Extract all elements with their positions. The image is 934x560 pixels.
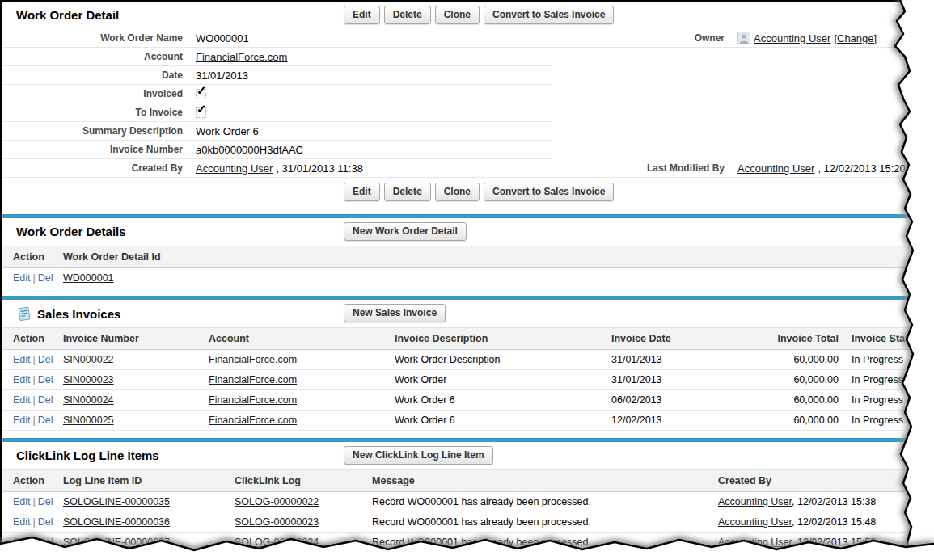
edit-button[interactable]: Edit: [344, 6, 380, 24]
edit-link[interactable]: Edit: [13, 415, 31, 426]
log-message: Record WO000001 has already been process…: [366, 492, 712, 512]
column-header-invoice-description: Invoice Description: [388, 328, 605, 350]
field-label: Date: [2, 69, 196, 81]
invoice-total: 60,000.00: [706, 411, 845, 431]
del-link[interactable]: Del: [38, 272, 53, 284]
field-created-by: Created By Accounting User, 31/01/2013 1…: [2, 159, 552, 178]
field-owner: Owner Accounting User [Change]: [552, 29, 914, 48]
column-header-invoice-date: Invoice Date: [605, 328, 706, 350]
field-label: Invoiced: [2, 88, 196, 99]
del-link[interactable]: Del: [38, 415, 53, 426]
field-summary-description: Summary Description Work Order 6: [2, 122, 552, 141]
owner-user-link[interactable]: Accounting User: [754, 32, 830, 44]
clicklink-log-link[interactable]: SOLOG-00000023: [235, 516, 319, 528]
edit-link[interactable]: Edit: [13, 354, 31, 365]
new-sales-invoice-button[interactable]: New Sales Invoice: [344, 304, 446, 322]
table-row: Edit|Del SOLOGLINE-00000037 SOLOG-000000…: [2, 533, 914, 553]
created-by-datetime: , 12/02/2013 15:38: [792, 496, 876, 507]
work-order-detail-id-link[interactable]: WD000001: [63, 272, 114, 284]
log-line-item-id-link[interactable]: SOLOGLINE-00000036: [63, 516, 170, 528]
edit-link[interactable]: Edit: [13, 537, 31, 548]
sales-invoices-title: Sales Invoices: [37, 307, 120, 321]
sales-invoices-section: Sales Invoices New Sales Invoice Action …: [2, 296, 914, 431]
created-by-datetime: , 12/02/2013 15:53: [792, 537, 876, 548]
account-link[interactable]: FinancialForce.com: [209, 354, 297, 365]
table-row: Edit|Del SIN000024 FinancialForce.com Wo…: [2, 390, 914, 411]
table-row: Edit|Del SIN000025 FinancialForce.com Wo…: [2, 411, 914, 431]
invoice-description: Work Order Description: [388, 350, 605, 370]
convert-to-sales-invoice-button[interactable]: Convert to Sales Invoice: [484, 6, 614, 24]
invoice-number-link[interactable]: SIN000022: [63, 354, 114, 365]
clone-button[interactable]: Clone: [435, 6, 480, 24]
column-header-log-line-item-id: Log Line Item ID: [57, 470, 228, 492]
invoice-number-link[interactable]: SIN000023: [63, 374, 114, 385]
last-modified-datetime: , 12/02/2013 15:20: [818, 162, 905, 175]
field-value: 31/01/2013: [196, 69, 248, 82]
field-label: Work Order Name: [2, 32, 196, 44]
column-header-message: Message: [366, 470, 712, 492]
del-link[interactable]: Del: [38, 496, 53, 507]
del-link[interactable]: Del: [38, 516, 53, 528]
created-by-user-link[interactable]: Accounting User: [718, 537, 792, 548]
clicklink-title: ClickLink Log Line Items: [16, 448, 159, 462]
edit-link[interactable]: Edit: [13, 394, 31, 406]
invoice-date: 06/02/2013: [605, 390, 706, 411]
delete-button[interactable]: Delete: [384, 6, 431, 24]
row-actions: Edit|Del: [2, 370, 57, 390]
checkmark-icon: ✓: [197, 84, 207, 96]
edit-button[interactable]: Edit: [344, 183, 380, 201]
field-label: Created By: [2, 162, 196, 174]
invoice-total: 60,000.00: [706, 370, 845, 390]
invoice-status: In Progress: [845, 350, 914, 370]
delete-button[interactable]: Delete: [384, 183, 431, 201]
field-value: WO000001: [196, 32, 249, 44]
row-actions: Edit|Del: [2, 533, 57, 553]
account-link[interactable]: FinancialForce.com: [209, 394, 297, 406]
edit-link[interactable]: Edit: [13, 516, 31, 528]
log-line-item-id-link[interactable]: SOLOGLINE-00000037: [63, 537, 170, 548]
sales-invoice-document-icon: [16, 306, 32, 322]
page-frame: Work Order Detail Edit Delete Clone Conv…: [0, 0, 914, 560]
created-by-user-link[interactable]: Accounting User: [718, 516, 792, 528]
edit-link[interactable]: Edit: [13, 496, 31, 507]
account-link[interactable]: FinancialForce.com: [209, 415, 297, 426]
edit-link[interactable]: Edit: [13, 272, 31, 284]
invoice-number-link[interactable]: SIN000024: [63, 394, 114, 406]
log-line-item-id-link[interactable]: SOLOGLINE-00000035: [63, 496, 170, 507]
invoice-date: 31/01/2013: [605, 350, 706, 370]
account-link[interactable]: FinancialForce.com: [196, 51, 287, 63]
column-header-invoice-status: Invoice Status: [845, 328, 914, 350]
detail-header: Work Order Detail Edit Delete Clone Conv…: [2, 2, 914, 29]
account-link[interactable]: FinancialForce.com: [209, 374, 297, 385]
record-action-buttons-top: Edit Delete Clone Convert to Sales Invoi…: [344, 6, 614, 24]
del-link[interactable]: Del: [38, 354, 53, 365]
created-by-user-link[interactable]: Accounting User: [718, 496, 792, 507]
invoice-status: In Progress: [845, 390, 914, 411]
column-header-work-order-detail-id: Work Order Detail Id: [57, 246, 914, 268]
clicklink-log-link[interactable]: SOLOG-00000022: [235, 496, 319, 507]
del-link[interactable]: Del: [38, 537, 53, 548]
invoice-total: 60,000.00: [706, 350, 845, 370]
field-invoice-number: Invoice Number a0kb0000000H3dfAAC: [2, 141, 552, 159]
invoice-description: Work Order 6: [388, 411, 605, 431]
owner-change-link[interactable]: [Change]: [834, 32, 877, 44]
row-actions: Edit|Del: [2, 268, 57, 288]
del-link[interactable]: Del: [38, 394, 53, 406]
column-header-invoice-number: Invoice Number: [57, 328, 202, 350]
convert-to-sales-invoice-button[interactable]: Convert to Sales Invoice: [484, 183, 614, 201]
field-to-invoice: To Invoice ✓: [2, 103, 552, 122]
clone-button[interactable]: Clone: [435, 183, 480, 201]
del-link[interactable]: Del: [38, 374, 53, 385]
column-header-action: Action: [2, 246, 57, 268]
invoice-number-link[interactable]: SIN000025: [63, 415, 114, 426]
edit-link[interactable]: Edit: [13, 374, 31, 385]
row-actions: Edit|Del: [2, 350, 57, 370]
new-work-order-detail-button[interactable]: New Work Order Detail: [344, 222, 467, 241]
table-row: Edit|Del SOLOGLINE-00000035 SOLOG-000000…: [2, 492, 914, 512]
detail-fields-right-column: Owner Accounting User [Change] Last Modi…: [552, 29, 914, 178]
created-by-user-link[interactable]: Accounting User: [196, 162, 273, 175]
new-clicklink-log-line-item-button[interactable]: New ClickLink Log Line Item: [344, 446, 493, 465]
last-modified-user-link[interactable]: Accounting User: [737, 162, 814, 175]
field-label: Last Modified By: [552, 162, 737, 174]
clicklink-log-link[interactable]: SOLOG-00000024: [235, 537, 319, 548]
